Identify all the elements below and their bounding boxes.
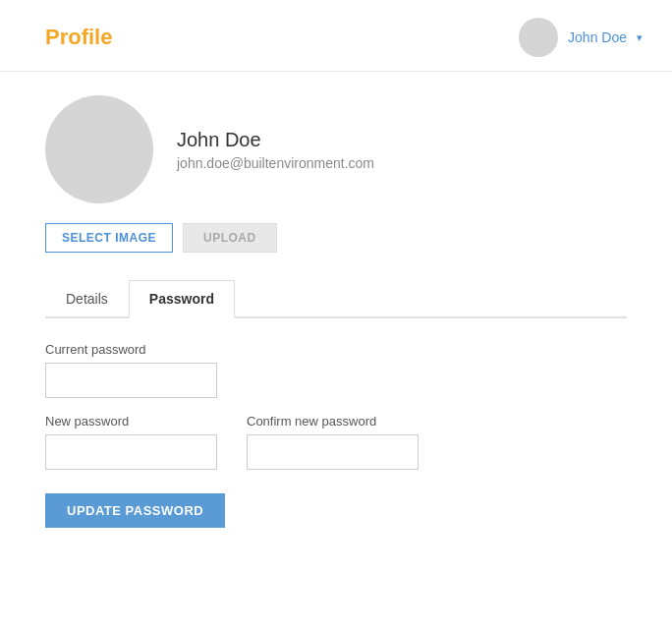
header-username: John Doe xyxy=(568,29,627,45)
confirm-password-group: Confirm new password xyxy=(247,414,419,470)
avatar xyxy=(45,95,153,203)
tabs: Details Password xyxy=(45,280,627,318)
tab-password[interactable]: Password xyxy=(129,280,235,318)
new-password-group: New password xyxy=(45,414,217,470)
upload-button[interactable]: UPLOAD xyxy=(183,223,277,253)
profile-email: john.doe@builtenvironment.com xyxy=(177,155,374,171)
header-avatar xyxy=(519,18,558,57)
profile-info: John Doe john.doe@builtenvironment.com xyxy=(177,129,374,171)
user-menu[interactable]: John Doe ▾ xyxy=(519,18,643,57)
header: Profile John Doe ▾ xyxy=(0,0,672,72)
confirm-password-label: Confirm new password xyxy=(247,414,419,429)
current-password-label: Current password xyxy=(45,342,627,357)
profile-section: John Doe john.doe@builtenvironment.com xyxy=(45,95,627,203)
confirm-password-input[interactable] xyxy=(247,434,419,470)
select-image-button[interactable]: SELECT IMAGE xyxy=(45,223,173,253)
profile-name: John Doe xyxy=(177,129,374,151)
current-password-input[interactable] xyxy=(45,363,217,398)
image-buttons: SELECT IMAGE UPLOAD xyxy=(45,223,627,253)
new-password-input[interactable] xyxy=(45,434,217,470)
main-content: John Doe john.doe@builtenvironment.com S… xyxy=(0,72,672,551)
new-password-row: New password Confirm new password xyxy=(45,414,627,470)
current-password-group: Current password xyxy=(45,342,627,398)
chevron-down-icon: ▾ xyxy=(637,31,643,44)
tab-details[interactable]: Details xyxy=(45,280,129,318)
new-password-label: New password xyxy=(45,414,217,429)
update-password-button[interactable]: UPDATE PASSWORD xyxy=(45,493,225,528)
page-title: Profile xyxy=(45,25,112,50)
password-form: Current password New password Confirm ne… xyxy=(45,342,627,528)
